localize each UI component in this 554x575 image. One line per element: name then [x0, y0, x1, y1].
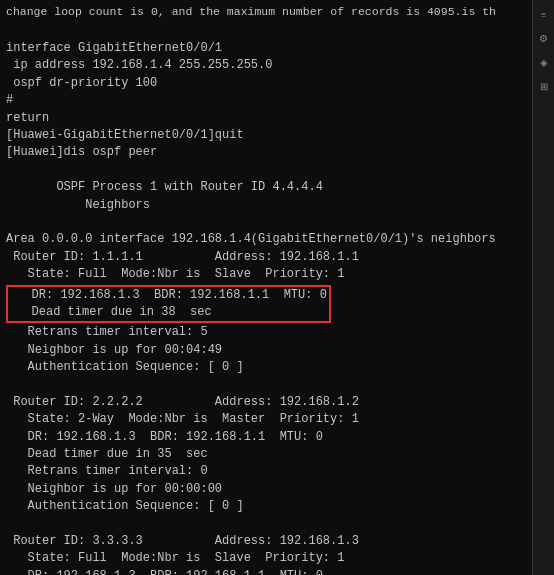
line-interface: interface GigabitEthernet0/0/1: [6, 40, 526, 57]
sidebar-icon-menu[interactable]: ≡: [536, 6, 552, 22]
line-retrans-2: Retrans timer interval: 0: [6, 463, 526, 480]
sidebar-icon-diamond[interactable]: ◈: [536, 54, 552, 70]
line-auth-2: Authentication Sequence: [ 0 ]: [6, 498, 526, 515]
terminal: change loop count is 0, and the maximum …: [0, 0, 532, 575]
line-ospf-process: OSPF Process 1 with Router ID 4.4.4.4: [6, 179, 526, 196]
line-area: Area 0.0.0.0 interface 192.168.1.4(Gigab…: [6, 231, 526, 248]
blank-line-3: [6, 376, 526, 393]
line-state-3: State: Full Mode:Nbr is Slave Priority: …: [6, 550, 526, 567]
line-dis-ospf: [Huawei]dis ospf peer: [6, 144, 526, 161]
line-dr-3: DR: 192.168.1.3 BDR: 192.168.1.1 MTU: 0: [6, 568, 526, 575]
line-neighbors-header: Neighbors: [6, 197, 526, 214]
sidebar-icon-settings[interactable]: ⚙: [536, 30, 552, 46]
blank-line-4: [6, 516, 526, 533]
line-dr-1: DR: 192.168.1.3 BDR: 192.168.1.1 MTU: 0: [10, 287, 327, 304]
line-dr-2: DR: 192.168.1.3 BDR: 192.168.1.1 MTU: 0: [6, 429, 526, 446]
line-router-2: Router ID: 2.2.2.2 Address: 192.168.1.2: [6, 394, 526, 411]
line-ip: ip address 192.168.1.4 255.255.255.0: [6, 57, 526, 74]
line-dead-1: Dead timer due in 38 sec: [10, 304, 327, 321]
blank-line-1: [6, 162, 526, 179]
line-quit: [Huawei-GigabitEthernet0/0/1]quit: [6, 127, 526, 144]
line-uptime-1: Neighbor is up for 00:04:49: [6, 342, 526, 359]
line-state-2: State: 2-Way Mode:Nbr is Master Priority…: [6, 411, 526, 428]
line-auth-1: Authentication Sequence: [ 0 ]: [6, 359, 526, 376]
line-ospf-priority: ospf dr-priority 100: [6, 75, 526, 92]
line-return: return: [6, 110, 526, 127]
line-state-1: State: Full Mode:Nbr is Slave Priority: …: [6, 266, 526, 283]
line-dead-2: Dead timer due in 35 sec: [6, 446, 526, 463]
line-retrans-1: Retrans timer interval: 5: [6, 324, 526, 341]
blank-line-2: [6, 214, 526, 231]
line-uptime-2: Neighbor is up for 00:00:00: [6, 481, 526, 498]
blank-line-0: [6, 23, 526, 40]
top-bar-line: change loop count is 0, and the maximum …: [6, 4, 526, 21]
line-router-1: Router ID: 1.1.1.1 Address: 192.168.1.1: [6, 249, 526, 266]
line-hash: #: [6, 92, 526, 109]
line-router-3: Router ID: 3.3.3.3 Address: 192.168.1.3: [6, 533, 526, 550]
sidebar: ≡ ⚙ ◈ ⊞: [532, 0, 554, 575]
sidebar-icon-grid[interactable]: ⊞: [536, 78, 552, 94]
highlighted-dr-block: DR: 192.168.1.3 BDR: 192.168.1.1 MTU: 0 …: [6, 285, 331, 324]
